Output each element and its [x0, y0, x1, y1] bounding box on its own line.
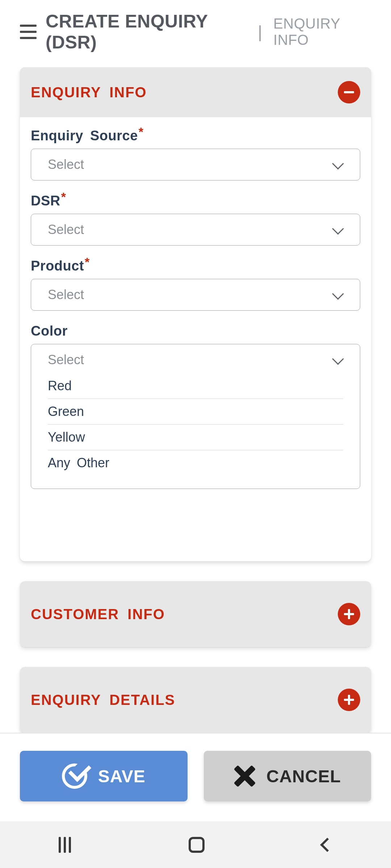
select-product[interactable]: Select — [31, 279, 360, 311]
label-enquiry-source: Enquiry Source — [31, 128, 143, 144]
save-button[interactable]: SAVE — [20, 751, 188, 801]
expand-icon[interactable] — [338, 603, 360, 625]
section-header-enquiry-info[interactable]: ENQUIRY INFO — [20, 67, 371, 117]
section-title: ENQUIRY DETAILS — [31, 692, 175, 708]
section-enquiry-info: ENQUIRY INFO Enquiry Source Select DSR S… — [20, 67, 371, 561]
option-color[interactable]: Yellow — [48, 425, 343, 450]
field-product: Product Select — [31, 258, 360, 311]
chevron-down-icon — [333, 355, 343, 365]
label-dsr: DSR — [31, 193, 65, 209]
cancel-button[interactable]: CANCEL — [204, 751, 371, 801]
section-title: CUSTOMER INFO — [31, 606, 165, 622]
nav-home-icon[interactable] — [189, 837, 205, 853]
option-color[interactable]: Any Other — [48, 450, 343, 476]
section-body-enquiry-info: Enquiry Source Select DSR Select Product… — [20, 117, 371, 561]
content-area: ENQUIRY INFO Enquiry Source Select DSR S… — [0, 67, 391, 733]
save-label: SAVE — [98, 766, 146, 786]
select-placeholder: Select — [48, 352, 84, 367]
section-title: ENQUIRY INFO — [31, 84, 147, 101]
field-enquiry-source: Enquiry Source Select — [31, 128, 360, 180]
select-color[interactable]: Select Red Green Yellow Any Other — [31, 344, 360, 489]
page-subtitle: ENQUIRY INFO — [273, 16, 371, 48]
close-icon — [234, 765, 256, 787]
collapse-icon[interactable] — [338, 81, 360, 103]
select-placeholder: Select — [48, 157, 84, 172]
chevron-down-icon — [333, 290, 343, 300]
select-placeholder: Select — [48, 222, 84, 237]
page-title: CREATE ENQUIRY (DSR) — [46, 11, 247, 53]
app-header: CREATE ENQUIRY (DSR) | ENQUIRY INFO — [0, 0, 391, 67]
menu-icon[interactable] — [20, 25, 37, 39]
field-color: Color Select Red Green Yellow Any Other — [31, 323, 360, 489]
title-separator: | — [258, 22, 262, 42]
label-product: Product — [31, 258, 89, 274]
android-navbar — [0, 821, 391, 868]
section-enquiry-details: ENQUIRY DETAILS — [20, 667, 371, 733]
nav-back-icon[interactable] — [320, 838, 335, 852]
chevron-down-icon — [333, 159, 343, 170]
check-icon — [62, 763, 87, 789]
section-customer-info: CUSTOMER INFO — [20, 581, 371, 647]
select-dsr[interactable]: Select — [31, 214, 360, 246]
cancel-label: CANCEL — [266, 766, 341, 786]
select-enquiry-source[interactable]: Select — [31, 149, 360, 180]
nav-recent-icon[interactable] — [59, 837, 71, 853]
section-header-enquiry-details[interactable]: ENQUIRY DETAILS — [20, 667, 371, 733]
footer-bar: SAVE CANCEL — [0, 733, 391, 821]
expand-icon[interactable] — [338, 689, 360, 711]
field-dsr: DSR Select — [31, 193, 360, 246]
label-color: Color — [31, 323, 68, 339]
chevron-down-icon — [333, 225, 343, 235]
select-placeholder: Select — [48, 287, 84, 302]
option-color[interactable]: Red — [48, 373, 343, 399]
option-color[interactable]: Green — [48, 399, 343, 425]
section-header-customer-info[interactable]: CUSTOMER INFO — [20, 581, 371, 647]
